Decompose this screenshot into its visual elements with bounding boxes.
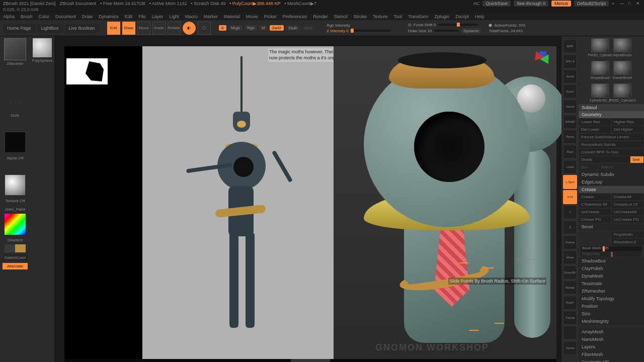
brush-eraserbrush[interactable]: EraserBrush bbox=[612, 61, 632, 79]
subtool-header[interactable]: Subtool bbox=[579, 104, 644, 111]
menu-zplugin[interactable]: Zplugin bbox=[435, 14, 450, 19]
menu-dynamics[interactable]: Dynamics bbox=[99, 14, 119, 19]
shelf-bpr[interactable]: BPR bbox=[563, 39, 577, 53]
shelf-xyz[interactable]: XYZ bbox=[563, 190, 577, 204]
home-page-tab[interactable]: Home Page bbox=[3, 24, 35, 33]
menu-alpha[interactable]: Alpha bbox=[3, 14, 15, 19]
shelf-zoom3d[interactable]: Zoom3D bbox=[563, 265, 577, 280]
zmodeler-tile[interactable] bbox=[4, 38, 26, 60]
brush-pm3d_cylinder[interactable]: PM3D_Cylinder bbox=[590, 38, 610, 57]
menu-texture[interactable]: Texture bbox=[373, 14, 388, 19]
geo-reconstruct-subdiv[interactable]: Reconstruct Subdiv bbox=[579, 141, 644, 148]
menu-color[interactable]: Color bbox=[39, 14, 50, 19]
a-pill[interactable]: A bbox=[219, 25, 226, 31]
move-mode-button[interactable]: Move bbox=[137, 22, 150, 35]
geo-freeze-subdivision-levels[interactable]: Freeze SubDivision Levels bbox=[579, 133, 644, 141]
crease-creaseall[interactable]: CreaseAll bbox=[611, 193, 644, 201]
menu-macro[interactable]: Macro bbox=[185, 14, 198, 19]
brush-cylinder3d_1[interactable]: Cylinder3D_1 bbox=[590, 83, 610, 102]
3d-viewport[interactable]: Slide Points By Brush Radius, Shift=On S… bbox=[334, 46, 556, 360]
menu-material[interactable]: Material bbox=[224, 14, 240, 19]
shelf-actual[interactable]: Actual bbox=[563, 100, 577, 114]
shelf-blank[interactable] bbox=[563, 326, 577, 340]
bevel-width-slider[interactable]: Bevel Width 0.05 bbox=[581, 246, 642, 251]
draw-mode-button[interactable]: Draw bbox=[122, 22, 135, 35]
brush-pm3d_cylinder3[interactable]: PM3D_Cylinder3 bbox=[612, 83, 632, 102]
minimize-icon[interactable]: — bbox=[620, 1, 625, 6]
z-intensity-slider[interactable]: Z Intensity 0 bbox=[327, 29, 391, 33]
default-zscript[interactable]: DefaultZScript bbox=[574, 1, 609, 7]
panel-size[interactable]: Size bbox=[579, 310, 644, 318]
menu-edit[interactable]: Edit bbox=[125, 14, 133, 19]
panel-arraymesh[interactable]: ArrayMesh bbox=[579, 328, 644, 336]
panel-geometry-hd[interactable]: Geometry HD bbox=[579, 358, 644, 362]
close-icon[interactable]: ✕ bbox=[636, 1, 641, 6]
reference-thumbnail[interactable] bbox=[66, 58, 108, 84]
dots-stroke-icon[interactable]: ⋮⋮⋮ bbox=[8, 95, 23, 110]
rstuv-toggle[interactable]: RstUV bbox=[599, 163, 644, 171]
shelf-xpose[interactable]: Xpose bbox=[563, 341, 577, 355]
color-swatches[interactable] bbox=[5, 244, 26, 252]
alternate-button[interactable]: Alternate bbox=[3, 263, 28, 269]
shelf-z[interactable]: Z bbox=[563, 220, 577, 234]
menu-draw[interactable]: Draw bbox=[82, 14, 93, 19]
m-pill[interactable]: M bbox=[259, 25, 268, 31]
shelf-move[interactable]: Move bbox=[563, 250, 577, 264]
menu-marker[interactable]: Marker bbox=[204, 14, 218, 19]
crease-crease[interactable]: Crease bbox=[579, 193, 611, 201]
panel-layers[interactable]: Layers bbox=[579, 343, 644, 351]
dynamic-subdiv-item[interactable]: Dynamic Subdiv bbox=[579, 171, 644, 178]
color-picker[interactable] bbox=[5, 214, 26, 235]
shelf-transp[interactable]: Transp bbox=[563, 311, 577, 325]
geo-convert-bpr-to-geo[interactable]: Convert BPR To Geo bbox=[579, 148, 644, 156]
menu-preferences[interactable]: Preferences bbox=[283, 14, 307, 19]
suv-toggle[interactable]: Suv bbox=[579, 163, 599, 171]
bevel-propwidth[interactable]: PropWidth bbox=[611, 231, 644, 238]
edgesharp-slider[interactable]: EdgeSharp bbox=[581, 252, 642, 257]
shelf-zoom[interactable]: Zoom bbox=[563, 84, 577, 99]
geo-del-lower[interactable]: Del Lower bbox=[579, 126, 611, 133]
menu-movie[interactable]: Movie bbox=[246, 14, 258, 19]
axis-gizmo[interactable] bbox=[531, 51, 551, 71]
crease-ctolerance-45[interactable]: CTolerance 45 bbox=[579, 201, 611, 208]
bevel-item[interactable]: Bevel bbox=[579, 223, 644, 231]
shelf-rotate[interactable]: Rotate bbox=[563, 281, 577, 295]
smt-toggle[interactable]: Smt bbox=[630, 156, 644, 163]
panel-meshintegrity[interactable]: MeshIntegrity bbox=[579, 318, 644, 325]
menu-picker[interactable]: Picker bbox=[264, 14, 277, 19]
collapse-icon[interactable]: « bbox=[612, 1, 617, 6]
zsub-pill[interactable]: Zsub bbox=[286, 25, 300, 31]
menu-stroke[interactable]: Stroke bbox=[354, 14, 367, 19]
quicksave-button[interactable]: QuickSave bbox=[482, 1, 511, 7]
draw-size-slider[interactable]: Draw Size 10 Dynamic bbox=[408, 28, 482, 34]
menu-light[interactable]: Light bbox=[169, 14, 179, 19]
rgb-pill[interactable]: Rgb bbox=[245, 25, 257, 31]
crease-crease-pg[interactable]: Crease PG bbox=[579, 216, 611, 223]
shelf-scroll[interactable]: Scroll bbox=[563, 69, 577, 83]
divide-button[interactable]: Divide bbox=[579, 156, 630, 163]
panel-position[interactable]: Position bbox=[579, 303, 644, 310]
geo-higher-res[interactable]: Higher Res bbox=[611, 118, 644, 126]
bevel-blank[interactable] bbox=[579, 238, 611, 246]
dynamic-toggle[interactable]: Dynamic bbox=[461, 28, 481, 34]
menu-help[interactable]: Help bbox=[475, 14, 485, 19]
live-boolean-tab[interactable]: Live Boolean bbox=[65, 24, 99, 33]
menu-transform[interactable]: Transform bbox=[408, 14, 429, 19]
shelf-polyf[interactable]: PolyF bbox=[563, 296, 577, 310]
crease-uncrease[interactable]: UnCrease bbox=[579, 208, 611, 216]
timeline[interactable] bbox=[64, 359, 556, 362]
brush-simplebrush[interactable]: SimpleBrush bbox=[590, 61, 610, 79]
focal-shift-slider[interactable]: ◎ Focal Shift 0 bbox=[408, 23, 482, 27]
shelf-aahalf[interactable]: AAHalf bbox=[563, 115, 577, 129]
brush-alphabrush[interactable]: AlphaBrush bbox=[612, 38, 632, 57]
shelf-local[interactable]: Local bbox=[563, 160, 577, 174]
crease-creaselvl-15[interactable]: CreaseLvl 15 bbox=[611, 201, 644, 208]
crease-uncreaseall[interactable]: UnCreaseAll bbox=[611, 208, 644, 216]
menu-stencil[interactable]: Stencil bbox=[334, 14, 348, 19]
rgb-intensity-slider[interactable]: Rgb Intensity bbox=[327, 23, 391, 28]
zadd-pill[interactable]: Zadd bbox=[270, 25, 284, 31]
seethrough-slider[interactable]: See-through 0 bbox=[514, 1, 548, 7]
shelf-y[interactable]: Y bbox=[563, 205, 577, 219]
crease-uncrease-pg[interactable]: UnCrease PG bbox=[611, 216, 644, 223]
menus-toggle[interactable]: Menus bbox=[551, 1, 571, 7]
